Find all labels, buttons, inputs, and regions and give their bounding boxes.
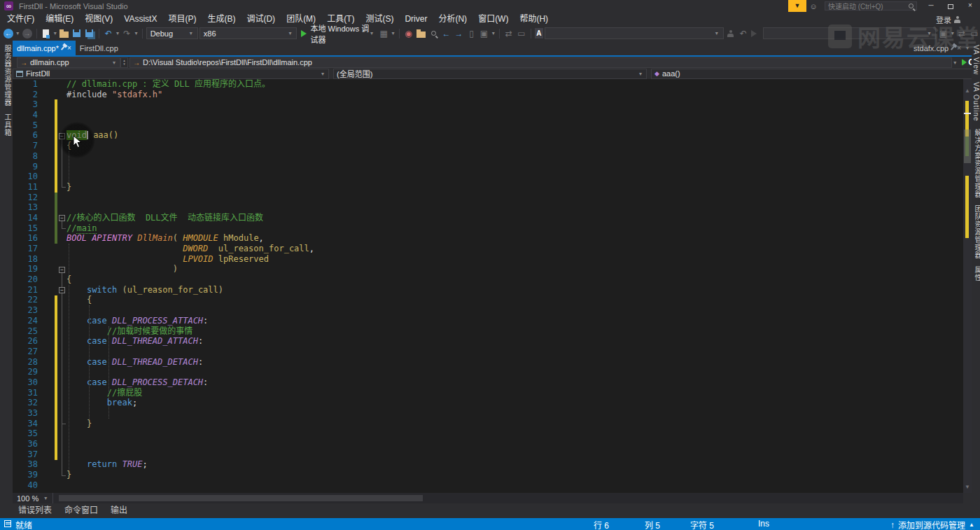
nav-forward-icon[interactable]: → bbox=[454, 27, 465, 40]
right-strip-tab[interactable]: VA Outline bbox=[972, 82, 980, 122]
code-line[interactable]: 33 bbox=[13, 408, 963, 419]
code-line[interactable]: 20{ bbox=[13, 274, 963, 285]
scrollbar-thumb[interactable] bbox=[964, 130, 971, 163]
scroll-up-icon[interactable]: ▲ bbox=[963, 88, 972, 94]
undo-dropdown[interactable]: ▾ bbox=[115, 30, 120, 36]
undo-icon[interactable]: ↶ bbox=[103, 27, 114, 40]
find-in-files-folder-icon[interactable] bbox=[416, 32, 426, 38]
code-line[interactable]: 9 bbox=[13, 162, 963, 172]
code-line[interactable]: 16BOOL APIENTRY DllMain( HMODULE hModule… bbox=[13, 233, 963, 244]
menu-item-12[interactable]: 分析(N) bbox=[433, 12, 472, 26]
code-line[interactable]: 10 bbox=[13, 172, 963, 182]
code-line[interactable]: 5 bbox=[13, 120, 963, 131]
new-file-icon[interactable] bbox=[43, 29, 49, 38]
code-line[interactable]: 7{ bbox=[13, 141, 963, 151]
zoom-select[interactable]: 100 % ▾ bbox=[13, 493, 53, 503]
code-line[interactable]: 21 switch (ul_reason_for_call) bbox=[13, 285, 963, 295]
code-line[interactable]: 28 case DLL_THREAD_DETACH: bbox=[13, 357, 963, 368]
nav-backward-icon[interactable]: ← bbox=[441, 27, 452, 40]
code-line[interactable]: 12 bbox=[13, 193, 963, 203]
panel-tab[interactable]: 输出 bbox=[105, 503, 133, 518]
panel-tab[interactable]: 错误列表 bbox=[13, 503, 57, 518]
project-select[interactable]: FirstDll ▾ bbox=[13, 69, 329, 79]
code-line[interactable]: 22 { bbox=[13, 295, 963, 305]
code-editor[interactable]: 1// dllmain.cpp : 定义 DLL 应用程序的入口点。2#incl… bbox=[13, 79, 963, 493]
word-wrap-icon[interactable]: ▣ bbox=[479, 27, 490, 40]
fold-collapse-icon[interactable]: − bbox=[59, 215, 65, 221]
fold-collapse-icon[interactable]: − bbox=[59, 267, 65, 273]
right-strip-tab[interactable]: VA View bbox=[972, 45, 980, 75]
platform-select[interactable]: x86 ▾ bbox=[200, 27, 298, 39]
redo-dropdown[interactable]: ▾ bbox=[134, 30, 139, 36]
tab-firstdll-cpp[interactable]: FirstDll.cpp bbox=[76, 41, 122, 55]
va-play-icon[interactable] bbox=[750, 27, 762, 40]
code-line[interactable]: 26 case DLL_THREAD_ATTACH: bbox=[13, 336, 963, 347]
code-line[interactable]: 2#include "stdafx.h" bbox=[13, 90, 963, 100]
navigate-back-icon[interactable]: ← bbox=[4, 29, 13, 39]
code-line[interactable]: 15//main bbox=[13, 223, 963, 234]
find-icon[interactable] bbox=[428, 27, 440, 40]
code-line[interactable]: 37 bbox=[13, 449, 963, 460]
minimize-button[interactable]: ─ bbox=[921, 0, 941, 12]
code-line[interactable]: 38 return TRUE; bbox=[13, 459, 963, 470]
code-line[interactable]: 14//核心的入口函数 DLL文件 动态链接库入口函数 bbox=[13, 213, 963, 223]
menu-item-4[interactable]: VAssistX bbox=[118, 12, 162, 26]
code-line[interactable]: 3 bbox=[13, 99, 963, 110]
menu-item-5[interactable]: 项目(P) bbox=[162, 12, 202, 26]
sync-icon[interactable]: ⇄ bbox=[503, 27, 514, 40]
file-combo[interactable]: → dllmain.cpp ▾ bbox=[17, 57, 120, 68]
right-strip-tab[interactable]: 属性 bbox=[972, 266, 980, 281]
right-strip-tab[interactable]: 解决方案资源管理器 bbox=[972, 129, 980, 198]
tab-dllmain-cpp[interactable]: dllmain.cpp* × bbox=[13, 41, 76, 55]
send-feedback-icon[interactable]: ☺ bbox=[806, 2, 820, 11]
bookmark-icon[interactable]: ▯ bbox=[466, 27, 477, 40]
code-line[interactable]: 35 bbox=[13, 428, 963, 439]
open-file-icon[interactable] bbox=[59, 32, 69, 38]
vassistx-icon[interactable]: A bbox=[535, 28, 543, 39]
code-line[interactable]: 36 bbox=[13, 439, 963, 449]
code-line[interactable]: 23 bbox=[13, 305, 963, 316]
file-path-box[interactable]: → D:\Visual Studio\repos\FirstDll\FirstD… bbox=[130, 57, 952, 68]
menu-item-1[interactable]: 文件(F) bbox=[1, 12, 40, 26]
menu-item-3[interactable]: 视图(V) bbox=[79, 12, 118, 26]
va-outline-icon[interactable]: ▭ bbox=[969, 27, 980, 40]
close-button[interactable]: × bbox=[960, 0, 980, 12]
vassistx-find-select[interactable]: ▾ bbox=[763, 27, 937, 39]
horizontal-scrollbar-thumb[interactable] bbox=[59, 495, 423, 501]
menu-item-14[interactable]: 帮助(H) bbox=[514, 12, 554, 26]
path-dropdown[interactable]: ▾ bbox=[952, 60, 958, 66]
member-select[interactable]: ◆ aaa() ▾ bbox=[651, 69, 980, 79]
code-line[interactable]: 6void aaa() bbox=[13, 130, 963, 141]
code-line[interactable]: 32 break; bbox=[13, 398, 963, 408]
left-strip-tab[interactable]: 工具箱 bbox=[2, 113, 13, 137]
quick-launch-input[interactable]: 快速启动 (Ctrl+Q) bbox=[825, 1, 917, 11]
attach-process-icon[interactable]: ▦ bbox=[378, 27, 389, 40]
code-line[interactable]: 25 //加载时候要做的事情 bbox=[13, 326, 963, 337]
tab-close-icon[interactable]: × bbox=[957, 44, 961, 52]
save-all-icon[interactable] bbox=[85, 29, 93, 37]
sign-in-link[interactable]: 登录 bbox=[936, 14, 960, 25]
code-line[interactable]: 19 ) bbox=[13, 264, 963, 274]
scope-select[interactable]: (全局范围) ▾ bbox=[333, 69, 647, 79]
menu-item-13[interactable]: 窗口(W) bbox=[472, 12, 514, 26]
menu-item-11[interactable]: Driver bbox=[399, 12, 433, 26]
feedback-flag-icon[interactable]: ▼ bbox=[788, 0, 806, 12]
pin-icon[interactable] bbox=[951, 46, 955, 50]
code-line[interactable]: 1// dllmain.cpp : 定义 DLL 应用程序的入口点。 bbox=[13, 79, 963, 90]
code-line[interactable]: 13 bbox=[13, 202, 963, 213]
code-line[interactable]: 18 LPVOID lpReserved bbox=[13, 254, 963, 265]
code-line[interactable]: 30 case DLL_PROCESS_DETACH: bbox=[13, 377, 963, 388]
va-refactor-icon[interactable] bbox=[725, 27, 736, 40]
va-edit-icon[interactable]: ↶ bbox=[738, 27, 749, 40]
menu-item-6[interactable]: 生成(B) bbox=[202, 12, 241, 26]
right-strip-tab[interactable]: 团队资源管理器 bbox=[972, 205, 980, 259]
code-line[interactable]: 8 bbox=[13, 151, 963, 162]
code-line[interactable]: 11} bbox=[13, 182, 963, 193]
file-spinner[interactable]: ▴▾ bbox=[120, 57, 128, 68]
va-search-icon[interactable]: ▣ bbox=[937, 27, 948, 40]
vertical-scrollbar[interactable]: ▲ ▼ bbox=[963, 79, 972, 493]
breakpoint-icon[interactable]: ◉ bbox=[403, 27, 414, 40]
new-file-dropdown[interactable]: ▾ bbox=[52, 30, 57, 36]
left-strip-tab[interactable]: 服务器资源管理器 bbox=[2, 45, 13, 106]
tab-list-dropdown[interactable]: ▾ bbox=[965, 45, 970, 51]
